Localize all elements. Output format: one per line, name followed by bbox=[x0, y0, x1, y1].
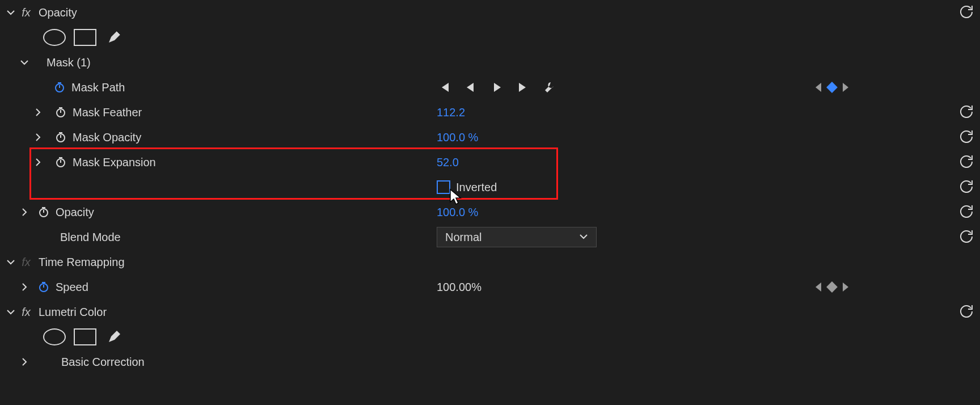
go-to-first-icon[interactable] bbox=[437, 79, 453, 95]
opacity-property-row: Opacity 100.0 % bbox=[0, 200, 980, 225]
prev-keyframe-icon[interactable] bbox=[814, 282, 822, 292]
rectangle-mask-button[interactable] bbox=[74, 328, 96, 345]
collapse-icon[interactable] bbox=[19, 57, 29, 68]
prev-keyframe-icon[interactable] bbox=[814, 83, 822, 92]
mask-1-label: Mask (1) bbox=[47, 56, 91, 69]
pen-mask-button[interactable] bbox=[107, 328, 122, 344]
mask-expansion-value[interactable]: 52.0 bbox=[437, 156, 459, 169]
mask-opacity-row: Mask Opacity 100.0 % bbox=[0, 125, 980, 150]
lumetri-color-header[interactable]: fx Lumetri Color bbox=[0, 299, 980, 324]
step-back-icon[interactable] bbox=[463, 79, 479, 95]
reset-icon[interactable] bbox=[958, 228, 974, 247]
collapse-icon[interactable] bbox=[6, 7, 16, 18]
mask-feather-row: Mask Feather 112.2 bbox=[0, 100, 980, 125]
reset-icon[interactable] bbox=[958, 203, 974, 222]
mask-opacity-label: Mask Opacity bbox=[73, 131, 141, 144]
pen-mask-button[interactable] bbox=[107, 29, 122, 45]
mask-opacity-value[interactable]: 100.0 % bbox=[437, 131, 478, 144]
stopwatch-icon[interactable] bbox=[54, 131, 67, 144]
mask-expansion-label: Mask Expansion bbox=[73, 156, 156, 169]
blend-mode-value: Normal bbox=[445, 231, 481, 244]
collapse-icon[interactable] bbox=[6, 307, 16, 317]
time-remapping-title: Time Remapping bbox=[39, 256, 125, 269]
mask-1-header[interactable]: Mask (1) bbox=[0, 50, 980, 75]
stopwatch-icon[interactable] bbox=[37, 281, 50, 293]
mask-path-transport bbox=[437, 79, 557, 95]
lumetri-color-title: Lumetri Color bbox=[39, 306, 107, 319]
fx-badge: fx bbox=[19, 306, 33, 319]
blend-mode-dropdown[interactable]: Normal bbox=[437, 227, 597, 247]
fx-badge: fx bbox=[19, 256, 33, 269]
speed-row: Speed 100.00% bbox=[0, 275, 980, 299]
mask-inverted-row: Inverted bbox=[0, 175, 980, 200]
keyframe-nav bbox=[814, 282, 850, 292]
go-to-last-icon[interactable] bbox=[515, 79, 531, 95]
blend-mode-row: Blend Mode Normal bbox=[0, 225, 980, 250]
mask-shape-tools-row bbox=[0, 25, 980, 50]
reset-icon[interactable] bbox=[958, 3, 974, 22]
fx-badge: fx bbox=[19, 6, 33, 19]
ellipse-mask-button[interactable] bbox=[43, 29, 66, 46]
inverted-checkbox[interactable] bbox=[437, 180, 450, 194]
inverted-label: Inverted bbox=[456, 181, 497, 194]
reset-icon[interactable] bbox=[958, 128, 974, 147]
opacity-title: Opacity bbox=[39, 6, 77, 19]
expand-icon[interactable] bbox=[33, 107, 43, 117]
reset-icon[interactable] bbox=[958, 178, 974, 197]
next-keyframe-icon[interactable] bbox=[842, 83, 850, 92]
chevron-down-icon bbox=[579, 231, 588, 244]
speed-value: 100.00% bbox=[437, 281, 481, 294]
mask-feather-value[interactable]: 112.2 bbox=[437, 106, 465, 119]
expand-icon[interactable] bbox=[19, 207, 29, 217]
mask-path-row: Mask Path bbox=[0, 75, 980, 100]
stopwatch-icon[interactable] bbox=[53, 81, 66, 94]
stopwatch-icon[interactable] bbox=[37, 206, 50, 218]
mask-path-label: Mask Path bbox=[71, 81, 125, 94]
reset-icon[interactable] bbox=[958, 153, 974, 172]
expand-icon[interactable] bbox=[33, 157, 43, 167]
opacity-property-value[interactable]: 100.0 % bbox=[437, 206, 478, 219]
reset-icon[interactable] bbox=[958, 303, 974, 322]
lumetri-shape-tools-row bbox=[0, 324, 980, 349]
expand-icon[interactable] bbox=[19, 282, 29, 292]
add-keyframe-icon[interactable] bbox=[826, 281, 838, 293]
blend-mode-label: Blend Mode bbox=[60, 231, 121, 244]
expand-icon[interactable] bbox=[33, 132, 43, 142]
stopwatch-icon[interactable] bbox=[54, 106, 67, 119]
stopwatch-icon[interactable] bbox=[54, 156, 67, 168]
time-remapping-header[interactable]: fx Time Remapping bbox=[0, 250, 980, 275]
mask-feather-label: Mask Feather bbox=[73, 106, 142, 119]
next-keyframe-icon[interactable] bbox=[842, 282, 850, 292]
opacity-property-label: Opacity bbox=[56, 206, 94, 219]
basic-correction-label: Basic Correction bbox=[61, 356, 145, 369]
reset-icon[interactable] bbox=[958, 103, 974, 122]
basic-correction-row[interactable]: Basic Correction bbox=[0, 349, 980, 374]
ellipse-mask-button[interactable] bbox=[43, 328, 66, 345]
play-icon[interactable] bbox=[489, 79, 505, 95]
rectangle-mask-button[interactable] bbox=[74, 29, 96, 46]
collapse-icon[interactable] bbox=[6, 257, 16, 267]
mask-expansion-row: Mask Expansion 52.0 bbox=[0, 150, 980, 175]
add-keyframe-icon[interactable] bbox=[826, 82, 838, 93]
keyframe-nav bbox=[814, 83, 850, 92]
opacity-panel-header[interactable]: fx Opacity bbox=[0, 0, 980, 25]
speed-label: Speed bbox=[56, 281, 88, 294]
expand-icon[interactable] bbox=[19, 357, 29, 367]
wrench-icon[interactable] bbox=[541, 79, 557, 95]
